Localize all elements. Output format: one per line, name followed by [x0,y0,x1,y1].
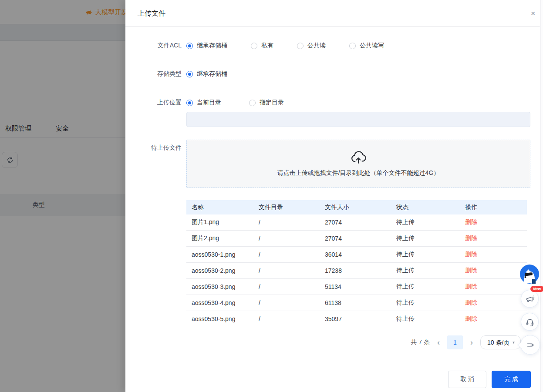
file-status: 待上传 [396,315,465,323]
radio-specified-directory[interactable]: 指定目录 [249,99,284,107]
file-status: 待上传 [396,283,465,291]
col-action: 操作 [465,204,527,211]
pending-files-table: 名称 文件目录 文件大小 状态 操作 图片1.png / 27074 待上传 删… [186,200,527,327]
form-row-file-acl: 文件ACL 继承存储桶 私有 公共读 公共读写 [125,42,384,50]
file-size: 36014 [325,251,396,258]
file-size: 51134 [325,283,396,290]
radio-icon [249,100,256,106]
table-header-row: 名称 文件目录 文件大小 状态 操作 [186,200,527,214]
radio-icon [186,100,193,106]
file-size: 61138 [325,299,396,306]
drawer-scrollbar[interactable] [540,0,543,392]
next-page-button[interactable]: › [467,336,476,349]
col-directory: 文件目录 [259,204,325,211]
page-size-value: 10 条/页 [487,339,509,346]
headset-icon [525,317,535,327]
collapse-arrow-icon [526,340,535,350]
radio-icon [251,43,257,49]
support-button[interactable] [521,313,539,331]
cancel-button[interactable]: 取消 [448,371,486,388]
confirm-button[interactable]: 完成 [492,371,531,388]
radio-private[interactable]: 私有 [251,42,273,50]
announcements-button[interactable] [521,290,539,308]
pagination-total: 共 7 条 [411,338,430,346]
file-size: 27074 [325,219,396,226]
table-row: aoss0530-1.png / 36014 待上传 删除 [186,247,527,263]
table-row: aoss0530-3.png / 51134 待上传 删除 [186,279,527,295]
storage-type-radio-set: 继承存储桶 [186,70,227,78]
col-name: 名称 [186,204,259,211]
page-1-button[interactable]: 1 [447,335,463,349]
delete-link[interactable]: 删除 [465,283,527,291]
upload-location-label: 上传位置 [125,99,182,107]
form-row-storage-type: 存储类型 继承存储桶 [125,70,227,78]
table-row: aoss0530-5.png / 35097 待上传 删除 [186,311,527,327]
page-size-select[interactable]: 10 条/页 ▼ [480,335,521,349]
table-row: aoss0530-2.png / 17238 待上传 删除 [186,263,527,279]
new-badge: New [530,286,543,292]
file-status: 待上传 [396,251,465,258]
radio-current-directory[interactable]: 当前目录 [186,99,221,107]
radio-icon [349,43,356,49]
col-size: 文件大小 [325,204,396,211]
cloud-upload-icon [350,149,367,166]
radio-inherit-bucket-acl[interactable]: 继承存储桶 [186,42,227,50]
file-status: 待上传 [396,218,465,226]
file-acl-radio-set: 继承存储桶 私有 公共读 公共读写 [186,42,384,50]
file-name: aoss0530-3.png [186,283,259,290]
table-row: aoss0530-4.png / 61138 待上传 删除 [186,295,527,311]
radio-icon [186,43,193,49]
file-status: 待上传 [396,299,465,307]
file-name: 图片1.png [186,218,259,226]
col-status: 状态 [396,204,465,211]
file-dir: / [259,267,325,274]
table-row: 图片2.png / 27074 待上传 删除 [186,231,527,247]
dropzone-hint-text: 请点击上传或拖拽文件/目录到此处（单个文件不能超过4G） [187,169,530,177]
drawer-title: 上传文件 [138,0,165,27]
pending-files-label: 待上传文件 [125,144,182,152]
megaphone-outline-icon [525,294,535,304]
file-dir: / [259,299,325,306]
storage-type-label: 存储类型 [125,70,182,78]
delete-link[interactable]: 删除 [465,267,527,275]
file-dir: / [259,315,325,322]
delete-link[interactable]: 删除 [465,251,527,258]
drawer-header: 上传文件 ✕ [125,0,543,27]
collapse-tail-pointer [518,343,521,347]
close-icon[interactable]: ✕ [529,10,537,17]
delete-link[interactable]: 删除 [465,315,527,323]
file-name: aoss0530-4.png [186,299,259,306]
directory-path-input[interactable] [186,112,530,127]
radio-icon [297,43,304,49]
file-status: 待上传 [396,267,465,275]
upload-dropzone[interactable]: 请点击上传或拖拽文件/目录到此处（单个文件不能超过4G） [186,140,530,188]
chevron-down-icon: ▼ [512,338,516,347]
file-name: aoss0530-2.png [186,267,259,274]
delete-link[interactable]: 删除 [465,299,527,307]
file-dir: / [259,219,325,226]
drawer-footer: 取消 完成 [448,371,531,388]
file-name: aoss0530-5.png [186,315,259,322]
file-status: 待上传 [396,235,465,242]
radio-inherit-bucket-storage[interactable]: 继承存储桶 [186,70,227,78]
file-dir: / [259,235,325,242]
form-row-upload-location: 上传位置 当前目录 指定目录 [125,99,284,107]
upload-location-radio-set: 当前目录 指定目录 [186,99,284,107]
delete-link[interactable]: 删除 [465,235,527,242]
file-name: 图片2.png [186,235,259,242]
collapse-sidebar-button[interactable] [520,335,540,355]
mascot-icon [520,265,539,284]
file-dir: / [259,251,325,258]
file-name: aoss0530-1.png [186,251,259,258]
radio-public-read[interactable]: 公共读 [297,42,326,50]
radio-public-read-write[interactable]: 公共读写 [349,42,384,50]
delete-link[interactable]: 删除 [465,218,527,226]
file-size: 17238 [325,267,396,274]
file-acl-label: 文件ACL [125,42,182,50]
prev-page-button[interactable]: ‹ [434,336,443,349]
file-size: 27074 [325,235,396,242]
radio-icon [186,71,193,77]
screen: 大模型开发 权限管理 安全 类型 上传文件 ✕ [0,0,543,392]
assistant-mascot-button[interactable] [520,265,539,284]
table-row: 图片1.png / 27074 待上传 删除 [186,214,527,231]
